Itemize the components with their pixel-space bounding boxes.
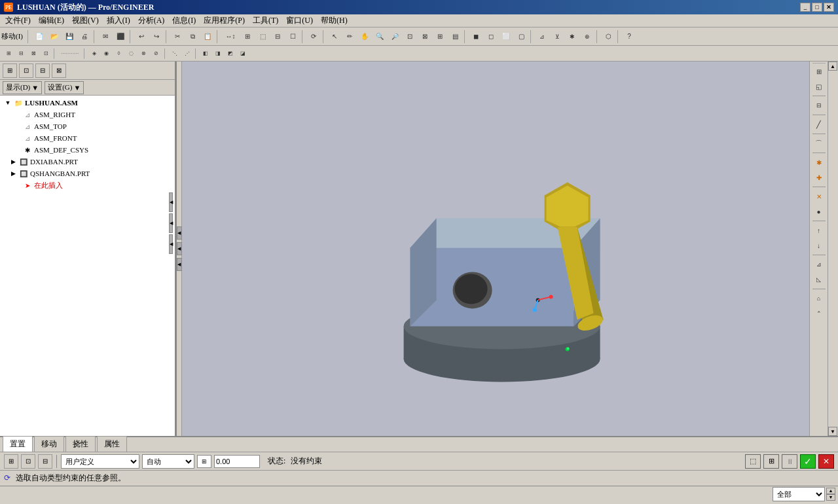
menu-file[interactable]: 文件(F) [1,14,35,27]
menu-edit[interactable]: 编辑(E) [35,14,68,27]
new-btn[interactable]: 📄 [32,29,46,44]
cancel-button[interactable]: ✕ [818,454,834,469]
vscroll-down[interactable]: ▼ [826,494,835,501]
model-tree[interactable]: ▼ 📁 LUSHUAN.ASM ⊿ ASM_RIGHT ⊿ ASM_TOP [0,96,175,436]
wire-btn[interactable]: ◻ [484,29,498,44]
view-confirm-btn1[interactable]: ⬚ [745,454,761,469]
tree-asm-right[interactable]: ⊿ ASM_RIGHT [1,109,173,120]
menu-insert[interactable]: 插入(I) [103,14,134,27]
rt-btn-x[interactable]: ✕ [811,189,827,204]
tab-move[interactable]: 移动 [34,436,64,452]
tree-insert-here[interactable]: ➤ 在此插入 [1,179,173,191]
splitter-btn3[interactable]: ◀ [177,258,182,271]
zoom-area-btn[interactable]: ⊠ [418,29,432,44]
collapse-middle[interactable]: ◀ [169,213,173,233]
tb2-btn1[interactable]: ⊞ [3,48,14,60]
maximize-button[interactable]: □ [812,3,822,12]
viewport-3d[interactable] [182,62,809,436]
tab-place[interactable]: 置置 [3,436,33,452]
tb2-btn13[interactable]: ◧ [200,48,211,60]
tb2-btn9[interactable]: ⊗ [138,48,150,60]
rt-btn-line[interactable]: ╱ [811,117,827,132]
zoom-out-btn[interactable]: 🔎 [388,29,402,44]
tb2-btn10[interactable]: ⊘ [151,48,162,60]
rt-btn-cross[interactable]: ✚ [811,170,827,185]
all-select[interactable]: 全部 [773,487,825,501]
view-confirm-btn2[interactable]: ⊞ [763,454,779,469]
datum4-btn[interactable]: ⊕ [580,29,594,44]
dxiaban-expander[interactable]: ▶ [9,158,17,166]
qshangban-expander[interactable]: ▶ [9,170,17,177]
splitter-btn1[interactable]: ◀ [177,226,182,240]
tb2-btn15[interactable]: ◩ [225,48,236,60]
scroll-down-btn[interactable]: ▼ [828,427,837,436]
tree-qshangban[interactable]: ▶ 🔲 QSHANGBAN.PRT [1,168,173,179]
menu-window[interactable]: 窗口(U) [282,14,317,27]
tab-props[interactable]: 属性 [97,436,127,452]
right-scrollbar[interactable]: ▲ ▼ [828,62,838,436]
splitter-btn2[interactable]: ◀ [177,242,182,255]
copy-btn[interactable]: ⧉ [185,29,200,44]
move-tool-btn[interactable]: ↔↕ [221,29,240,44]
tb2-btn12[interactable]: ⋰ [181,48,193,60]
vscroll-up[interactable]: ▲ [826,488,835,494]
model-tree-btn[interactable]: ▤ [448,29,462,44]
close-button[interactable]: ✕ [824,3,834,12]
rt-btn-star[interactable]: ✱ [811,155,827,170]
tree-asm-csys[interactable]: ✱ ASM_DEF_CSYS [1,144,173,156]
pause-btn[interactable]: ⏸ [782,454,797,469]
minimize-button[interactable]: _ [800,3,811,12]
align-btn[interactable]: ⊞ [240,29,255,44]
rt-btn-curve[interactable]: ⌒ [811,136,827,151]
tb2-btn2[interactable]: ⊟ [15,48,27,60]
menu-view[interactable]: 视图(V) [68,14,103,27]
rt-btn-w1[interactable]: ⌂ [811,291,827,306]
redo-btn[interactable]: ↪ [149,29,164,44]
tb2-btn11[interactable]: ⋱ [169,48,181,60]
hand-btn[interactable]: ✋ [357,29,372,44]
status-icon-btn1[interactable]: ⊞ [4,454,18,469]
suppress-btn[interactable]: ☐ [285,29,300,44]
tb2-btn3[interactable]: ⊠ [27,48,39,60]
help-btn[interactable]: ? [622,29,636,44]
status-icon-btn3[interactable]: ⊟ [38,454,52,469]
rt-btn-refit[interactable]: ⊞ [811,64,827,79]
undo-btn[interactable]: ↩ [134,29,149,44]
tb2-btn16[interactable]: ◪ [237,48,249,60]
mirror-btn[interactable]: ⬚ [255,29,270,44]
ok-button[interactable]: ✓ [800,454,816,469]
sketch-btn[interactable]: ✏ [342,29,357,44]
rt-btn-par[interactable]: ⊟ [811,98,827,113]
rt-btn-dot[interactable]: ● [811,204,827,219]
hidden-btn[interactable]: ⬜ [499,29,513,44]
panel-btn2[interactable]: ⊡ [19,63,33,78]
collapse-top[interactable]: ◀ [169,192,173,212]
tb2-btn4[interactable]: ⊡ [40,48,52,60]
tab-flex[interactable]: 挠性 [65,436,96,452]
menu-app[interactable]: 应用程序(P) [200,14,249,27]
nohidden-btn[interactable]: ▢ [514,29,528,44]
print-btn[interactable]: 🖨 [77,29,92,44]
tree-asm-front[interactable]: ⊿ ASM_FRONT [1,132,173,144]
cut-btn[interactable]: ✂ [170,29,185,44]
collapse-bottom[interactable]: ◀ [169,234,173,254]
constraint-type-select[interactable]: 用户定义 平行 重合 距离 角度 相切 法向 共面 居中 [61,454,139,469]
menu-analysis[interactable]: 分析(A) [134,14,169,27]
save-btn[interactable]: 💾 [62,29,77,44]
window-controls[interactable]: _ □ ✕ [800,3,834,12]
status-icon-btn2[interactable]: ⊡ [21,454,35,469]
email-btn[interactable]: ✉ [98,29,113,44]
menu-info[interactable]: 信息(I) [168,14,200,27]
scroll-up-btn[interactable]: ▲ [828,62,837,71]
datum1-btn[interactable]: ⊿ [535,29,549,44]
value-input[interactable] [214,455,260,468]
tree-root[interactable]: ▼ 📁 LUSHUAN.ASM [1,97,173,109]
datum3-btn[interactable]: ✱ [565,29,579,44]
tb2-btn6[interactable]: ◉ [101,48,113,60]
tb2-btn7[interactable]: ◊ [113,48,125,60]
rt-btn-v2[interactable]: ◺ [811,272,827,287]
tb2-btn5[interactable]: ◈ [88,48,100,60]
tree-dxiaban[interactable]: ▶ 🔲 DXIABAN.PRT [1,156,173,168]
rt-btn-zoom[interactable]: ◱ [811,79,827,94]
view3-btn[interactable]: ⊞ [433,29,447,44]
